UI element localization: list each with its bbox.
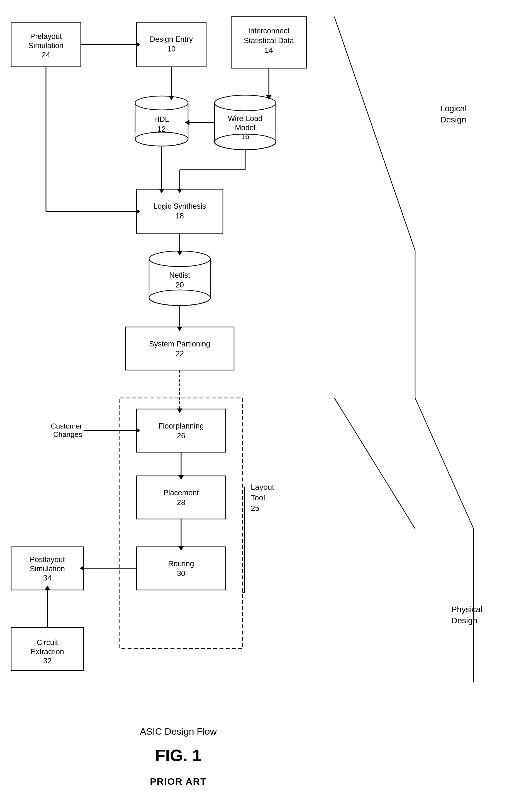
svg-text:Tool: Tool	[251, 493, 265, 502]
svg-text:FIG. 1: FIG. 1	[155, 746, 202, 765]
svg-rect-39	[125, 327, 234, 370]
svg-text:Customer: Customer	[51, 422, 82, 430]
svg-rect-43	[136, 409, 226, 452]
svg-text:12: 12	[157, 125, 166, 133]
svg-text:Placement: Placement	[163, 489, 199, 497]
svg-text:Logical: Logical	[440, 104, 467, 113]
svg-line-97	[415, 398, 474, 529]
svg-text:22: 22	[175, 349, 184, 358]
svg-text:Design: Design	[440, 115, 466, 124]
svg-text:34: 34	[43, 574, 52, 582]
svg-text:ASIC Design Flow: ASIC Design Flow	[140, 726, 217, 736]
svg-text:HDL: HDL	[154, 115, 169, 123]
svg-text:Simulation: Simulation	[28, 41, 63, 50]
svg-point-11	[135, 96, 188, 110]
svg-text:Statistical Data: Statistical Data	[244, 36, 294, 45]
svg-rect-49	[136, 547, 226, 590]
svg-text:PRIOR ART: PRIOR ART	[150, 776, 207, 787]
svg-text:Logic Synthesis: Logic Synthesis	[153, 202, 206, 210]
svg-text:25: 25	[251, 504, 260, 513]
svg-text:Extraction: Extraction	[31, 647, 64, 656]
svg-text:Physical: Physical	[451, 605, 483, 614]
svg-text:20: 20	[175, 281, 184, 289]
svg-marker-69	[185, 120, 189, 125]
svg-text:14: 14	[265, 46, 273, 55]
svg-text:Circuit: Circuit	[37, 638, 58, 647]
svg-text:System Partioning: System Partioning	[149, 340, 210, 348]
svg-text:Postlayout: Postlayout	[30, 555, 65, 564]
svg-rect-4	[136, 22, 206, 67]
svg-text:28: 28	[177, 498, 185, 507]
svg-line-95	[334, 17, 415, 251]
svg-text:Wire-Load: Wire-Load	[228, 114, 263, 123]
svg-text:Layout: Layout	[251, 483, 274, 491]
svg-text:30: 30	[177, 569, 185, 578]
svg-text:Routing: Routing	[168, 560, 194, 568]
svg-text:Design: Design	[451, 616, 477, 625]
svg-text:Design Entry: Design Entry	[150, 35, 193, 44]
svg-line-99	[334, 398, 415, 529]
svg-text:Model: Model	[235, 123, 255, 132]
svg-text:Simulation: Simulation	[30, 564, 65, 573]
svg-text:Floorplanning: Floorplanning	[158, 422, 204, 430]
diagram-container: Prelayout Simulation 24 Design Entry 10 …	[0, 0, 514, 812]
svg-text:Netlist: Netlist	[169, 271, 190, 280]
svg-rect-35	[149, 290, 210, 298]
svg-rect-46	[136, 476, 226, 519]
svg-rect-28	[136, 189, 223, 234]
svg-text:16: 16	[241, 133, 249, 141]
svg-text:10: 10	[167, 45, 175, 53]
svg-text:18: 18	[175, 212, 184, 220]
svg-text:Interconnect: Interconnect	[248, 27, 290, 35]
svg-text:26: 26	[177, 432, 185, 440]
svg-text:Changes: Changes	[53, 430, 82, 439]
svg-text:32: 32	[43, 657, 52, 665]
svg-point-19	[215, 95, 276, 111]
svg-text:Prelayout: Prelayout	[30, 32, 62, 40]
svg-text:24: 24	[42, 51, 50, 59]
